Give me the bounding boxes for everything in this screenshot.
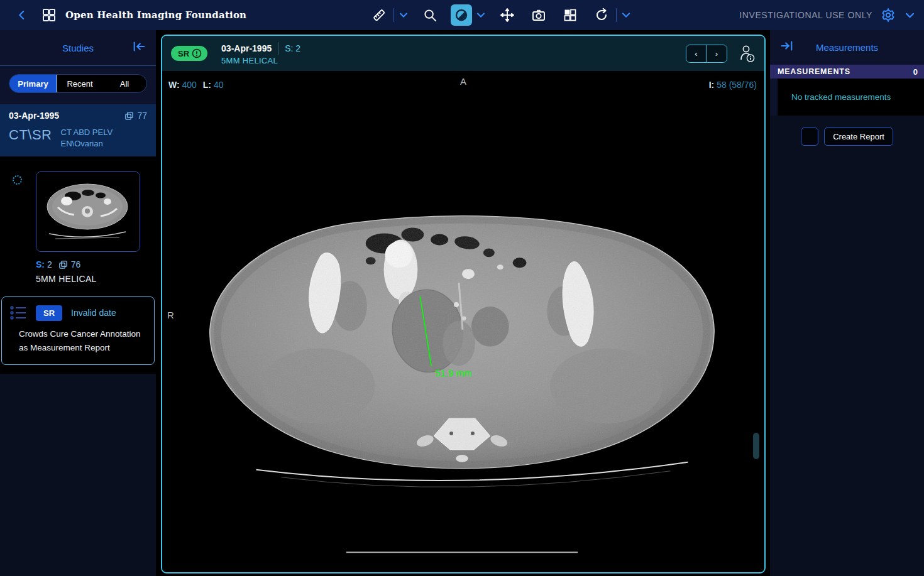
studies-panel-header: Studies: [0, 30, 156, 66]
collapse-right-icon: [780, 40, 794, 52]
exclamation-circle-icon: [192, 48, 202, 58]
chevron-down-icon: [622, 13, 630, 18]
measurements-panel: Measurements MEASUREMENTS 0 No tracked m…: [770, 30, 924, 576]
series-description: 5MM HELICAL: [0, 269, 156, 294]
zoom-magnifier-icon: [423, 8, 437, 23]
toolbar-divider: [393, 8, 394, 22]
study-filter-tabs: Primary Recent All: [0, 66, 156, 104]
tracking-status-icon: [13, 175, 22, 185]
capture-tool-button[interactable]: [528, 4, 549, 26]
series-instance-count: 76: [71, 259, 81, 269]
export-button[interactable]: [801, 128, 818, 146]
image-scrollbar-thumb[interactable]: [753, 433, 759, 459]
sr-report-item[interactable]: SR Invalid date Crowds Cure Cancer Annot…: [1, 296, 155, 365]
sr-status-badge[interactable]: SR: [171, 46, 207, 61]
tab-recent[interactable]: Recent: [57, 75, 102, 92]
settings-button[interactable]: [879, 4, 898, 26]
structured-list-icon: [9, 305, 27, 321]
active-viewport[interactable]: 51.9 mm SR 03-Apr-1995 S: 2 5MM HELICAL: [161, 35, 766, 573]
collapse-right-panel-button[interactable]: [780, 40, 794, 52]
reset-rotate-icon: [594, 8, 609, 23]
series-thumbnail[interactable]: [36, 171, 140, 252]
settings-dropdown-button[interactable]: [904, 4, 915, 26]
viewport-series-number: S: 2: [285, 43, 300, 53]
series-list: S:2 76 5MM HELICAL SR Invalid date Crowd…: [0, 156, 156, 374]
studies-panel: Studies Primary Recent All 03-Apr-1995 7…: [0, 30, 156, 576]
viewport-study-date: 03-Apr-1995: [221, 43, 272, 53]
orientation-marker-right: R: [167, 310, 174, 320]
topbar-right-group: INVESTIGATIONAL USE ONLY: [739, 0, 915, 30]
measurements-actions: Create Report: [770, 128, 924, 146]
layout-grid-icon: [563, 8, 578, 23]
chevron-down-icon: [400, 13, 407, 18]
create-report-button[interactable]: Create Report: [824, 128, 893, 146]
toolbar: [368, 0, 632, 30]
chevron-down-icon: [477, 13, 485, 18]
pan-move-icon: [500, 8, 515, 23]
measurement-value-label[interactable]: 51.9 mm: [435, 367, 471, 378]
studies-panel-title: Studies: [62, 43, 94, 53]
pan-tool-button[interactable]: [497, 4, 518, 26]
ct-axial-pelvis-image: 51.9 mm: [162, 36, 764, 572]
collapse-left-icon: [132, 41, 146, 52]
study-instance-count: 77: [137, 111, 147, 121]
ohif-viewer-app: Open Health Imaging Foundation: [0, 0, 924, 576]
copy-instances-icon: [124, 111, 134, 121]
study-modalities: CT\SR: [9, 127, 52, 143]
back-button[interactable]: [11, 4, 33, 26]
layout-tool-button[interactable]: [559, 4, 581, 26]
series-number-label: S:2: [36, 259, 52, 269]
zoom-tool-button[interactable]: [419, 4, 441, 26]
viewport-header: SR 03-Apr-1995 S: 2 5MM HELICAL ‹ ›: [162, 36, 764, 71]
measurements-empty-state: No tracked measurements: [770, 79, 924, 116]
tab-all[interactable]: All: [102, 75, 146, 92]
measure-dropdown-button[interactable]: [398, 4, 409, 26]
app-title: Open Health Imaging Foundation: [65, 9, 246, 21]
investigational-label: INVESTIGATIONAL USE ONLY: [739, 10, 872, 20]
previous-series-button[interactable]: ‹: [686, 45, 707, 62]
toolbar-divider: [616, 8, 617, 22]
topbar-left-group: Open Health Imaging Foundation: [0, 4, 251, 26]
sr-modality-badge: SR: [36, 305, 62, 321]
chevron-left-icon: [16, 9, 28, 21]
study-date: 03-Apr-1995: [9, 111, 59, 121]
series-navigation: ‹ ›: [686, 45, 727, 63]
study-item[interactable]: 03-Apr-1995 77 CT\SR CT ABD PELV EN\Ovar…: [0, 104, 156, 156]
divider: [278, 42, 278, 55]
measure-ruler-icon: [371, 8, 387, 23]
copy-instances-icon: [58, 260, 68, 269]
window-level-contrast-icon: [454, 8, 469, 23]
study-description: CT ABD PELV EN\Ovarian: [61, 127, 138, 149]
top-bar: Open Health Imaging Foundation: [0, 0, 924, 30]
capture-camera-icon: [531, 8, 546, 23]
chevron-down-icon: [906, 13, 914, 18]
reset-dropdown-button[interactable]: [620, 4, 632, 26]
measurements-section-bar: MEASUREMENTS 0: [770, 65, 924, 79]
measurements-panel-header: Measurements: [770, 30, 924, 65]
series-thumbnail-ct-image: [36, 172, 140, 251]
measure-tool-button[interactable]: [368, 4, 390, 26]
next-series-button[interactable]: ›: [707, 45, 727, 62]
viewport-series-description: 5MM HELICAL: [221, 56, 300, 65]
patient-info-button[interactable]: [739, 44, 756, 63]
window-level-dropdown-button[interactable]: [475, 4, 487, 26]
sr-date: Invalid date: [71, 308, 116, 318]
orientation-marker-anterior: A: [162, 76, 764, 87]
patient-info-icon: [739, 44, 756, 63]
viewport-grid: 51.9 mm SR 03-Apr-1995 S: 2 5MM HELICAL: [156, 30, 770, 576]
tab-primary[interactable]: Primary: [9, 75, 57, 92]
measurements-count-badge: 0: [913, 67, 918, 77]
settings-gear-icon: [881, 8, 896, 23]
sr-description: Crowds Cure Cancer Annotation as Measure…: [19, 327, 148, 354]
ohif-logo-grid-icon: [41, 8, 57, 23]
collapse-left-panel-button[interactable]: [132, 41, 146, 52]
reset-tool-button[interactable]: [591, 4, 612, 26]
window-level-tool-button[interactable]: [451, 4, 472, 26]
